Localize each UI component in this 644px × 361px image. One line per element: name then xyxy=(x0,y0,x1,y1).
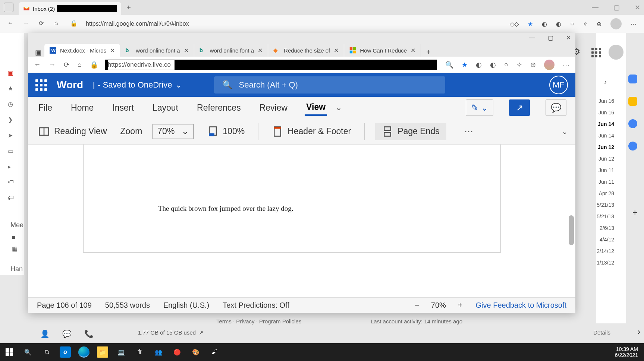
edge-profile-avatar[interactable] xyxy=(544,60,555,70)
ext-icon-2[interactable]: ◐ xyxy=(556,20,561,28)
inbox-icon[interactable]: ▣ xyxy=(8,69,17,78)
doc-save-status[interactable]: | - Saved to OneDrive ⌄ xyxy=(93,80,182,90)
collections-icon[interactable]: ✧ xyxy=(516,61,522,69)
comments-button[interactable]: 💬 xyxy=(546,99,566,116)
favorite-icon[interactable]: ★ xyxy=(462,61,468,69)
toolbar-more-icon[interactable]: ⋯ xyxy=(464,126,475,137)
close-tab-icon[interactable]: ✕ xyxy=(411,47,415,54)
scrollbar[interactable] xyxy=(569,145,574,297)
meet-keyboard-icon[interactable]: ▦ xyxy=(12,245,18,252)
app-name[interactable]: Word xyxy=(57,79,83,91)
inner-tab-stackoverflow[interactable]: ◆ Reduce the size of ✕ xyxy=(268,44,344,57)
collapse-ribbon-icon[interactable]: ⌄ xyxy=(562,127,568,136)
scroll-thumb[interactable] xyxy=(569,215,574,245)
header-footer-button[interactable]: Header & Footer xyxy=(269,124,354,139)
outer-win-close[interactable]: ✕ xyxy=(635,3,640,12)
mail-date[interactable]: 4/4/12 xyxy=(591,235,614,244)
meet-video-icon[interactable]: ■ xyxy=(12,234,16,241)
close-tab-icon[interactable]: ✕ xyxy=(258,47,263,54)
tasks-addon-icon[interactable] xyxy=(628,119,637,128)
search-input[interactable]: 🔍 Search (Alt + Q) xyxy=(214,76,445,94)
mail-date[interactable]: Jun 16 xyxy=(591,108,614,117)
zoom-out-button[interactable]: − xyxy=(415,301,419,310)
apps-icon[interactable] xyxy=(591,48,601,57)
tab-home[interactable]: Home xyxy=(69,101,95,115)
keep-addon-icon[interactable] xyxy=(628,97,637,106)
tab-view[interactable]: View xyxy=(305,100,327,116)
google-avatar[interactable] xyxy=(609,45,623,60)
inner-win-close[interactable]: ✕ xyxy=(566,34,571,41)
contacts-addon-icon[interactable] xyxy=(628,142,637,151)
mail-date[interactable]: Apr 28 xyxy=(591,189,614,197)
word-count[interactable]: 50,553 words xyxy=(105,301,150,310)
refresh-icon[interactable]: ⟳ xyxy=(39,20,47,28)
sidebar-toggle-icon[interactable] xyxy=(4,3,13,12)
phone-icon[interactable]: 📞 xyxy=(84,329,94,338)
ext-icon[interactable]: ○ xyxy=(504,61,508,69)
mail-date[interactable]: Jun 16 xyxy=(591,97,614,105)
lock-icon[interactable]: 🔒 xyxy=(70,20,78,28)
ext-icon[interactable]: ◐ xyxy=(490,61,496,69)
ext-icon-3[interactable]: ○ xyxy=(570,20,574,27)
profile-avatar[interactable] xyxy=(610,18,622,29)
more-icon[interactable]: ▸ xyxy=(8,163,17,172)
mail-date[interactable]: Jun 14 xyxy=(591,120,614,128)
inner-tab-word-doc[interactable]: W Next.docx - Micros ✕ xyxy=(44,44,120,57)
mail-date[interactable]: 2/14/12 xyxy=(591,247,614,255)
app-icon-2[interactable]: 🗑 xyxy=(134,346,145,358)
inner-win-minimize[interactable]: — xyxy=(529,34,535,41)
side-panel-toggle-icon[interactable]: › xyxy=(638,327,640,337)
system-tray[interactable]: 10:39 AM 6/22/2021 xyxy=(615,346,640,358)
document-page[interactable]: The quick brown fox jumped over the lazy… xyxy=(83,145,501,253)
snoozed-icon[interactable]: ◷ xyxy=(8,101,17,110)
reading-view-button[interactable]: Reading View xyxy=(35,124,110,139)
outer-win-minimize[interactable]: — xyxy=(592,3,599,12)
app-icon-3[interactable]: 🔴 xyxy=(172,346,183,358)
zoom-100-button[interactable]: 100% xyxy=(204,124,248,139)
search-icon[interactable]: 🔍 xyxy=(22,346,34,358)
favorite-icon[interactable]: ★ xyxy=(528,20,533,28)
paint-icon[interactable]: 🖌 xyxy=(209,346,220,358)
gmail-footer-links[interactable]: Terms · Privacy · Program Policies xyxy=(216,318,301,324)
app-icon-1[interactable]: 💻 xyxy=(116,346,127,358)
language-indicator[interactable]: English (U.S.) xyxy=(163,301,209,310)
text-predictions[interactable]: Text Predictions: Off xyxy=(223,301,289,310)
tab-file[interactable]: File xyxy=(37,101,54,115)
mail-date[interactable]: 5/21/13 xyxy=(591,201,614,209)
tab-actions-icon[interactable]: ▣ xyxy=(32,48,44,57)
file-explorer-icon[interactable]: 📁 xyxy=(97,346,108,358)
home-icon[interactable]: ⌂ xyxy=(78,61,82,69)
mail-date[interactable]: Jun 12 xyxy=(591,155,614,163)
addons-plus-icon[interactable]: + xyxy=(632,208,637,218)
starred-icon[interactable]: ★ xyxy=(8,85,17,94)
app-launcher-icon[interactable] xyxy=(35,79,47,91)
page-indicator[interactable]: Page 106 of 109 xyxy=(37,301,92,310)
inner-tab-bing-2[interactable]: b word online font a ✕ xyxy=(194,44,268,57)
user-avatar[interactable]: MF xyxy=(549,76,568,94)
inner-new-tab-button[interactable]: + xyxy=(421,48,436,57)
inner-tab-bing-1[interactable]: b word online font a ✕ xyxy=(120,44,194,57)
tab-review[interactable]: Review xyxy=(258,101,289,115)
outer-win-maximize[interactable]: ▢ xyxy=(613,3,620,12)
zoom-value[interactable]: 70% xyxy=(431,301,446,310)
new-tab-button[interactable]: + xyxy=(121,3,136,12)
mail-date[interactable]: Jun 11 xyxy=(591,178,614,186)
close-tab-icon[interactable]: ✕ xyxy=(184,47,189,54)
nav-next-icon[interactable]: › xyxy=(604,77,607,86)
task-view-icon[interactable]: ⧉ xyxy=(41,346,52,358)
ext-icon[interactable]: ◐ xyxy=(476,61,482,69)
important-icon[interactable]: ❯ xyxy=(8,116,17,125)
feedback-link[interactable]: Give Feedback to Microsoft xyxy=(476,301,566,310)
refresh-icon[interactable]: ⟳ xyxy=(64,61,69,69)
tab-insert[interactable]: Insert xyxy=(111,101,135,115)
mail-date[interactable]: Jun 11 xyxy=(591,166,614,174)
zoom-select[interactable]: 70% ⌄ xyxy=(153,124,194,139)
mail-date[interactable]: 2/6/13 xyxy=(591,224,614,232)
mail-date[interactable]: 5/21/13 xyxy=(591,212,614,221)
outer-tab-gmail[interactable]: Inbox (2) xyxy=(19,2,121,15)
drafts-icon[interactable]: ▭ xyxy=(8,148,17,156)
editing-mode-button[interactable]: ✎ ⌄ xyxy=(466,99,493,116)
document-canvas[interactable]: The quick brown fox jumped over the lazy… xyxy=(28,145,575,297)
gmail-details-link[interactable]: Details xyxy=(593,329,610,336)
edge-icon[interactable] xyxy=(78,346,89,358)
